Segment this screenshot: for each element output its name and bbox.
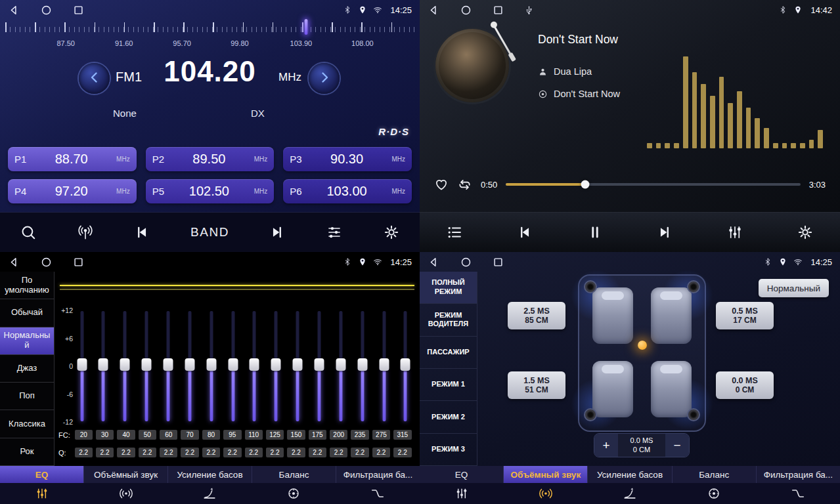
preset-button-p4[interactable]: P497.20MHz	[8, 179, 137, 203]
nav-back-button[interactable]	[8, 256, 20, 268]
rear-left-speaker-icon[interactable]	[584, 408, 597, 421]
preset-button-p3[interactable]: P390.30MHz	[283, 147, 412, 171]
band-button[interactable]: BAND	[190, 225, 229, 240]
slider-handle[interactable]	[163, 358, 173, 371]
front-left-speaker-icon[interactable]	[584, 280, 597, 293]
sound-preset-button[interactable]: Нормальный	[759, 279, 829, 297]
tuner-scan-button[interactable]	[77, 224, 94, 241]
tab-balance[interactable]: Баланс	[673, 466, 757, 483]
mixer-tab-icon[interactable]	[0, 483, 84, 504]
equalizer-button[interactable]	[726, 224, 743, 241]
slider-handle[interactable]	[293, 358, 303, 371]
tab-filter[interactable]: Фильтрация ба...	[757, 466, 840, 483]
eq-preset-item[interactable]: По умолчанию	[0, 272, 54, 299]
eq-slider-235hz[interactable]	[357, 311, 367, 421]
tab-balance[interactable]: Баланс	[252, 466, 336, 483]
tab-bass-boost[interactable]: Усиление басов	[168, 466, 252, 483]
nav-recents-button[interactable]	[72, 4, 85, 16]
tab-surround-sound[interactable]: Объёмный звук	[504, 466, 588, 483]
balance-tab-icon[interactable]	[252, 483, 336, 504]
slider-handle[interactable]	[228, 358, 238, 371]
eq-slider-60hz[interactable]	[163, 311, 173, 421]
slider-handle[interactable]	[77, 358, 87, 371]
eq-slider-150hz[interactable]	[293, 311, 303, 421]
seek-bar[interactable]	[506, 183, 800, 186]
nav-recents-button[interactable]	[492, 256, 504, 268]
slider-handle[interactable]	[314, 358, 324, 371]
balance-tab-icon[interactable]	[672, 483, 756, 504]
slider-handle[interactable]	[401, 358, 410, 371]
slider-handle[interactable]	[142, 358, 152, 371]
nav-back-button[interactable]	[428, 4, 440, 16]
eq-slider-275hz[interactable]	[379, 311, 389, 421]
mode-item[interactable]: РЕЖИМ ВОДИТЕЛЯ	[420, 304, 477, 336]
tune-up-button[interactable]	[309, 63, 340, 94]
repeat-button[interactable]	[457, 177, 472, 192]
tab-eq[interactable]: EQ	[0, 466, 84, 483]
mode-item[interactable]: ПАССАЖИР	[420, 337, 477, 369]
delay-rear-right-button[interactable]: 0.0 MS0 CM	[716, 371, 774, 399]
previous-station-button[interactable]	[133, 224, 150, 241]
preset-button-p1[interactable]: P188.70MHz	[8, 147, 137, 171]
nav-back-button[interactable]	[428, 256, 440, 268]
slider-handle[interactable]	[185, 358, 194, 371]
eq-preset-item[interactable]: Поп	[0, 383, 54, 410]
nav-recents-button[interactable]	[492, 4, 504, 16]
nav-home-button[interactable]	[40, 256, 53, 268]
tab-bass-boost[interactable]: Усиление басов	[588, 466, 672, 483]
eq-slider-80hz[interactable]	[206, 311, 216, 421]
eq-preset-item[interactable]: Нормальный	[0, 327, 54, 355]
rear-right-speaker-icon[interactable]	[687, 408, 700, 421]
filter-tab-icon[interactable]	[756, 483, 840, 504]
frequency-indicator[interactable]	[304, 19, 307, 35]
slider-handle[interactable]	[357, 358, 367, 371]
tuner-options-button[interactable]	[326, 224, 343, 241]
eq-slider-30hz[interactable]	[99, 311, 108, 421]
mode-item[interactable]: РЕЖИМ 2	[420, 401, 477, 433]
mode-item[interactable]: РЕЖИМ 3	[420, 434, 477, 466]
tab-eq[interactable]: EQ	[420, 466, 504, 483]
listening-position-dot[interactable]	[638, 341, 647, 350]
mode-item[interactable]: РЕЖИМ 1	[420, 369, 477, 401]
slider-handle[interactable]	[379, 358, 389, 371]
tab-filter[interactable]: Фильтрация ба...	[336, 466, 420, 483]
album-art[interactable]	[435, 29, 509, 102]
delay-rear-left-button[interactable]: 1.5 MS51 CM	[508, 371, 565, 399]
next-station-button[interactable]	[269, 224, 286, 241]
nav-home-button[interactable]	[40, 4, 53, 16]
favorite-button[interactable]	[434, 177, 449, 192]
nav-back-button[interactable]	[8, 4, 20, 16]
eq-preset-item[interactable]: Обычай	[0, 299, 54, 327]
delay-front-left-button[interactable]: 2.5 MS85 CM	[508, 302, 565, 329]
mixer-tab-icon[interactable]	[420, 483, 504, 504]
slider-handle[interactable]	[120, 358, 130, 371]
eq-preset-item[interactable]: Классика	[0, 410, 54, 438]
preset-button-p6[interactable]: P6103.00MHz	[283, 179, 412, 203]
slider-handle[interactable]	[271, 358, 281, 371]
eq-slider-70hz[interactable]	[185, 311, 194, 421]
eq-slider-315hz[interactable]	[401, 311, 410, 421]
preset-button-p5[interactable]: P5102.50MHz	[146, 179, 275, 203]
preset-button-p2[interactable]: P289.50MHz	[146, 147, 275, 171]
delay-decrease-button[interactable]: −	[665, 434, 689, 457]
nav-recents-button[interactable]	[72, 256, 85, 268]
nav-home-button[interactable]	[460, 256, 472, 268]
frequency-scale[interactable]: 87.5091.6095.7099.80103.90108.00	[5, 21, 414, 51]
eq-slider-50hz[interactable]	[142, 311, 152, 421]
playlist-button[interactable]	[446, 224, 463, 241]
settings-button[interactable]	[797, 224, 814, 241]
surround-tab-icon[interactable]	[84, 483, 168, 504]
surround-tab-icon[interactable]	[504, 483, 588, 504]
search-button[interactable]	[20, 224, 37, 241]
eq-slider-110hz[interactable]	[250, 311, 259, 421]
eq-slider-20hz[interactable]	[77, 311, 87, 421]
bass-tab-icon[interactable]	[168, 483, 252, 504]
slider-handle[interactable]	[336, 358, 345, 371]
bass-tab-icon[interactable]	[588, 483, 672, 504]
delay-front-right-button[interactable]: 0.5 MS17 CM	[716, 302, 774, 329]
slider-handle[interactable]	[99, 358, 108, 371]
eq-preset-item[interactable]: Джаз	[0, 355, 54, 383]
tab-surround-sound[interactable]: Объёмный звук	[84, 466, 168, 483]
nav-home-button[interactable]	[460, 4, 472, 16]
eq-slider-200hz[interactable]	[336, 311, 345, 421]
